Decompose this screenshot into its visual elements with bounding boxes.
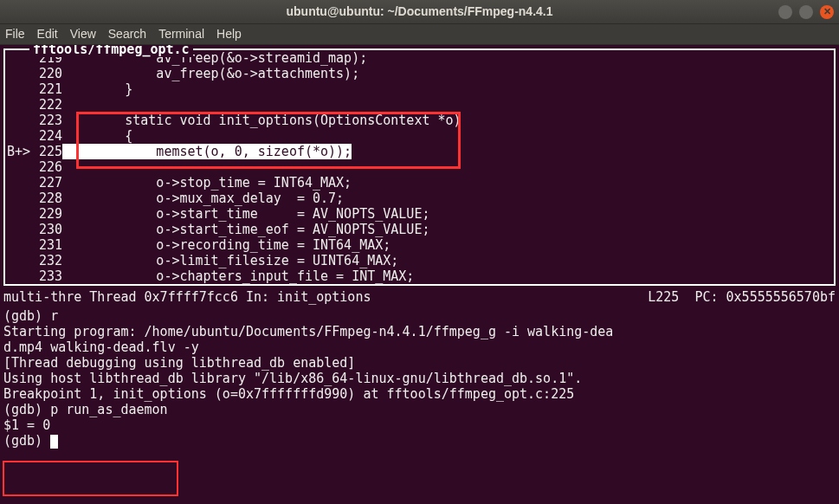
line-number: 221 [31, 81, 62, 97]
titlebar: ubuntu@ubuntu: ~/Documents/FFmpeg-n4.4.1… [0, 0, 839, 24]
menubar: File Edit View Search Terminal Help [0, 24, 839, 45]
menu-file[interactable]: File [5, 27, 25, 42]
menu-terminal[interactable]: Terminal [158, 27, 204, 42]
source-panel: fftools/ffmpeg_opt.c 219 av_freep(&o->st… [3, 48, 836, 286]
gdb-line: (gdb) p run_as_daemon [3, 402, 836, 417]
line-number: 226 [31, 159, 62, 175]
code-line: 233 o->chapters_input_file = INT_MAX; [5, 268, 834, 284]
code-line: 232 o->limit_filesize = UINT64_MAX; [5, 253, 834, 268]
code-text: o->stop_time = INT64_MAX; [62, 175, 352, 191]
status-line: multi-thre Thread 0x7ffff7fcc6 In: init_… [0, 288, 839, 308]
window-controls: ✕ [778, 5, 834, 19]
code-text: } [62, 81, 132, 97]
gutter-mark [5, 81, 31, 97]
code-line: 220 av_freep(&o->attachments); [5, 66, 834, 81]
gdb-line: Using host libthread_db library "/lib/x8… [3, 371, 836, 386]
code-text: o->start_time = AV_NOPTS_VALUE; [62, 206, 429, 222]
gdb-line: Breakpoint 1, init_options (o=0x7fffffff… [3, 386, 836, 402]
gdb-line: Starting program: /home/ubuntu/Documents… [3, 324, 836, 339]
gutter-mark [5, 113, 31, 128]
code-line: 227 o->stop_time = INT64_MAX; [5, 175, 834, 191]
menu-search[interactable]: Search [108, 27, 146, 42]
code-text: static void init_options(OptionsContext … [62, 113, 461, 128]
menu-help[interactable]: Help [216, 27, 242, 42]
code-line: 223 static void init_options(OptionsCont… [5, 113, 834, 128]
code-text: { [62, 128, 132, 144]
line-number: 233 [31, 268, 62, 284]
gutter-mark: B+> [5, 144, 31, 159]
line-number: 227 [31, 175, 62, 191]
cursor-icon [50, 435, 58, 449]
code-line: 229 o->start_time = AV_NOPTS_VALUE; [5, 206, 834, 222]
line-number: 222 [31, 97, 62, 113]
line-number: 229 [31, 206, 62, 222]
code-text: o->start_time_eof = AV_NOPTS_VALUE; [62, 222, 429, 237]
gutter-mark [5, 206, 31, 222]
status-left: multi-thre Thread 0x7ffff7fcc6 In: init_… [3, 289, 648, 305]
code-line: 226 [5, 159, 834, 175]
code-text: o->recording_time = INT64_MAX; [62, 237, 390, 253]
code-line: 222 [5, 97, 834, 113]
gutter-mark [5, 222, 31, 237]
code-text: o->limit_filesize = UINT64_MAX; [62, 253, 398, 268]
code-line: B+>225 memset(o, 0, sizeof(*o)); [5, 144, 834, 159]
window-title: ubuntu@ubuntu: ~/Documents/FFmpeg-n4.4.1 [286, 4, 552, 19]
gdb-line: (gdb) [3, 433, 836, 449]
maximize-icon[interactable] [799, 5, 813, 19]
code-text: o->chapters_input_file = INT_MAX; [62, 268, 414, 284]
line-number: 223 [31, 113, 62, 128]
menu-edit[interactable]: Edit [37, 27, 58, 42]
status-right: L225 PC: 0x5555556570bf [648, 289, 836, 305]
gutter-mark [5, 253, 31, 268]
gutter-mark [5, 66, 31, 81]
source-file-label: fftools/ffmpeg_opt.c [29, 45, 193, 57]
gutter-mark [5, 128, 31, 144]
line-number: 224 [31, 128, 62, 144]
line-number: 231 [31, 237, 62, 253]
line-number: 228 [31, 191, 62, 206]
minimize-icon[interactable] [778, 5, 792, 19]
gutter-mark [5, 191, 31, 206]
line-number: 225 [31, 144, 62, 159]
gutter-mark [5, 268, 31, 284]
line-number: 220 [31, 66, 62, 81]
code-line: 228 o->mux_max_delay = 0.7; [5, 191, 834, 206]
code-line: 221 } [5, 81, 834, 97]
code-line: 231 o->recording_time = INT64_MAX; [5, 237, 834, 253]
line-number: 232 [31, 253, 62, 268]
gutter-mark [5, 159, 31, 175]
gutter-mark [5, 50, 31, 66]
gutter-mark [5, 97, 31, 113]
gdb-line: [Thread debugging using libthread_db ena… [3, 355, 836, 371]
code-text: memset(o, 0, sizeof(*o)); [62, 144, 352, 159]
gutter-mark [5, 175, 31, 191]
gdb-line: $1 = 0 [3, 417, 836, 433]
code-line: 224 { [5, 128, 834, 144]
code-line: 230 o->start_time_eof = AV_NOPTS_VALUE; [5, 222, 834, 237]
gdb-line: (gdb) r [3, 308, 836, 324]
terminal-area[interactable]: fftools/ffmpeg_opt.c 219 av_freep(&o->st… [0, 45, 839, 504]
code-text: av_freep(&o->attachments); [62, 66, 359, 81]
gdb-output[interactable]: (gdb) rStarting program: /home/ubuntu/Do… [0, 308, 839, 449]
close-icon[interactable]: ✕ [820, 5, 834, 19]
line-number: 230 [31, 222, 62, 237]
menu-view[interactable]: View [70, 27, 96, 42]
gutter-mark [5, 237, 31, 253]
code-text: o->mux_max_delay = 0.7; [62, 191, 344, 206]
gdb-line: d.mp4 walking-dead.flv -y [3, 339, 836, 355]
